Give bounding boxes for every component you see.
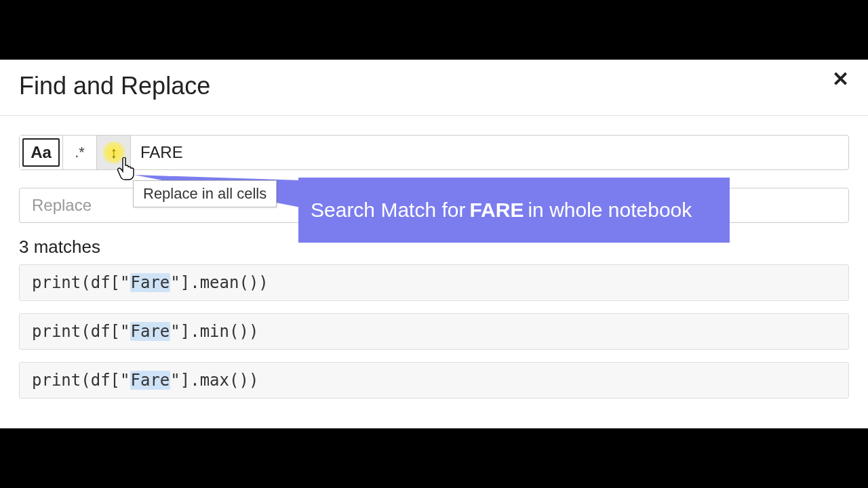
match-result[interactable]: print(df["Fare"].min())	[19, 313, 849, 350]
find-replace-dialog: Find and Replace ✕ Aa .* ↕ 3 matches pri…	[0, 60, 868, 428]
callout-prefix: Search Match for	[311, 199, 465, 222]
match-result[interactable]: print(df["Fare"].mean())	[19, 264, 849, 301]
search-row: Aa .* ↕	[19, 135, 849, 170]
search-input[interactable]	[131, 136, 848, 169]
code-pre: print(df["	[32, 322, 130, 341]
match-highlight: Fare	[130, 322, 171, 341]
code-post: "].min())	[170, 322, 258, 341]
match-highlight: Fare	[130, 273, 171, 292]
code-post: "].max())	[170, 371, 258, 390]
code-pre: print(df["	[32, 371, 130, 390]
tooltip: Replace in all cells	[133, 180, 277, 207]
search-all-cells-toggle[interactable]: ↕	[97, 136, 131, 169]
annotation-callout: Search Match for FARE in whole notebook	[298, 178, 730, 243]
updown-icon: ↕	[111, 143, 117, 162]
code-pre: print(df["	[32, 273, 130, 292]
divider	[0, 115, 868, 116]
code-post: "].mean())	[170, 273, 269, 292]
dialog-title: Find and Replace	[0, 60, 868, 115]
match-highlight: Fare	[130, 371, 171, 390]
close-button[interactable]: ✕	[832, 69, 849, 89]
case-sensitive-toggle[interactable]: Aa	[20, 136, 63, 169]
regex-toggle[interactable]: .*	[63, 136, 97, 169]
callout-suffix: in whole notebook	[528, 199, 692, 222]
callout-term: FARE	[469, 199, 524, 222]
match-result[interactable]: print(df["Fare"].max())	[19, 362, 849, 399]
